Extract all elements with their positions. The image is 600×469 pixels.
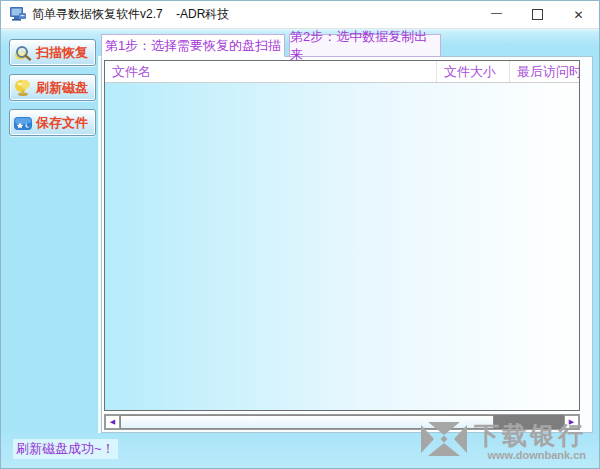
horizontal-scrollbar[interactable]: ◀ ▶	[104, 414, 580, 430]
scroll-right-icon: ▶	[569, 418, 574, 426]
save-file-icon	[13, 113, 33, 133]
maximize-icon	[532, 9, 543, 20]
tab-step1-label: 第1步：选择需要恢复的盘扫描	[105, 37, 281, 55]
app-icon	[9, 7, 26, 22]
window-title: 简单寻数据恢复软件v2.7 -ADR科技	[32, 6, 229, 23]
save-file-button[interactable]: 保存文件	[9, 109, 96, 136]
watermark-url: www.downbank.cn	[487, 449, 586, 461]
column-header-filesize[interactable]: 文件大小	[437, 61, 510, 82]
scrollbar-thumb[interactable]	[120, 415, 494, 429]
save-file-label: 保存文件	[36, 114, 88, 132]
app-window: 简单寻数据恢复软件v2.7 -ADR科技 — ✕ 扫描恢复	[0, 0, 600, 469]
tab-step2-copy[interactable]: 第2步：选中数据复制出来	[289, 34, 441, 57]
refresh-disk-icon	[13, 78, 33, 98]
close-button[interactable]: ✕	[558, 1, 599, 28]
file-list: 文件名 文件大小 最后访问时	[104, 60, 580, 411]
scroll-left-icon: ◀	[110, 418, 115, 426]
refresh-disk-button[interactable]: 刷新磁盘	[9, 74, 96, 101]
maximize-button[interactable]	[517, 1, 558, 28]
file-list-header: 文件名 文件大小 最后访问时	[105, 61, 579, 83]
scan-recover-icon	[13, 43, 33, 63]
scroll-right-button[interactable]: ▶	[564, 415, 579, 429]
scroll-left-button[interactable]: ◀	[105, 415, 120, 429]
title-bar: 简单寻数据恢复软件v2.7 -ADR科技 — ✕	[1, 1, 599, 29]
window-controls: — ✕	[476, 1, 599, 28]
refresh-disk-label: 刷新磁盘	[36, 79, 88, 97]
tab-step2-label: 第2步：选中数据复制出来	[290, 28, 440, 64]
tab-step1-scan[interactable]: 第1步：选择需要恢复的盘扫描	[101, 34, 285, 57]
column-header-filename[interactable]: 文件名	[105, 61, 437, 82]
status-message: 刷新磁盘成功~！	[13, 439, 118, 459]
scan-recover-button[interactable]: 扫描恢复	[9, 39, 96, 66]
minimize-button[interactable]: —	[476, 1, 517, 28]
close-icon: ✕	[573, 9, 583, 21]
minimize-icon: —	[491, 7, 502, 18]
tab-panel: 文件名 文件大小 最后访问时 ◀ ▶	[101, 56, 593, 433]
scan-recover-label: 扫描恢复	[36, 44, 88, 62]
column-header-lastaccess[interactable]: 最后访问时	[510, 61, 579, 82]
